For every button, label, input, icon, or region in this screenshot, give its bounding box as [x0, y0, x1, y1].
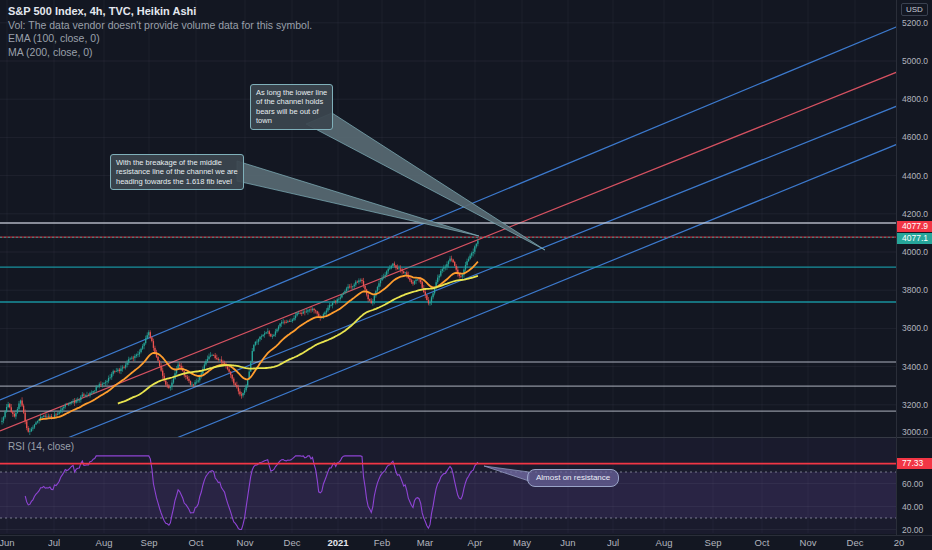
rsi-axis-label: 20.00	[902, 525, 923, 535]
volume-indicator-note[interactable]: Vol: The data vendor doesn't provide vol…	[8, 19, 312, 33]
time-axis[interactable]: JunJulAugSepOctNovDec2021FebMarAprMayJun…	[0, 535, 932, 550]
time-axis-label: Sep	[695, 537, 731, 548]
price-axis-label: 4800.0	[902, 94, 928, 104]
ma-indicator-label[interactable]: MA (200, close, 0)	[8, 46, 312, 60]
time-axis-label: Jun	[0, 537, 25, 548]
time-axis-label: Nov	[790, 537, 826, 548]
time-axis-label: Nov	[227, 537, 263, 548]
price-axis-label: 4600.0	[902, 132, 928, 142]
time-axis-label: Apr	[457, 537, 493, 548]
callout-middle-resistance[interactable]: With the breakage of the middle resistan…	[110, 154, 244, 190]
time-axis-label: Aug	[646, 537, 682, 548]
time-axis-label: Oct	[744, 537, 780, 548]
price-axis-label: 3400.0	[902, 362, 928, 372]
currency-button[interactable]: USD	[901, 3, 928, 16]
symbol-description[interactable]: S&P 500 Index, 4h, TVC, Heikin Ashi	[8, 5, 312, 19]
tradingview-chart-window: S&P 500 Index, 4h, TVC, Heikin Ashi Vol:…	[0, 0, 932, 550]
price-badge: 4077.9	[897, 221, 932, 232]
chart-legend: S&P 500 Index, 4h, TVC, Heikin Ashi Vol:…	[8, 5, 312, 59]
price-badge: 4077.1	[897, 233, 932, 244]
callout-channel-lower-line[interactable]: As long the lower line of the channel ho…	[250, 84, 333, 130]
price-axis-label: 4200.0	[902, 209, 928, 219]
time-axis-label: Dec	[837, 537, 873, 548]
price-axis-label: 4000.0	[902, 247, 928, 257]
price-axis-label: 3600.0	[902, 323, 928, 333]
price-axis[interactable]: USD 5200.05000.04800.04600.04400.04200.0…	[896, 0, 932, 536]
time-axis-label: Oct	[178, 537, 214, 548]
time-axis-label: Aug	[86, 537, 122, 548]
rsi-axis-label: 40.00	[902, 502, 923, 512]
time-axis-label: May	[504, 537, 540, 548]
time-axis-label: Dec	[274, 537, 310, 548]
time-axis-label: 2021	[320, 537, 356, 548]
rsi-axis-label: 60.00	[902, 479, 923, 489]
price-axis-label: 5200.0	[902, 18, 928, 28]
time-axis-label: Jun	[550, 537, 586, 548]
time-axis-label: 20	[881, 537, 917, 548]
time-axis-label: Feb	[364, 537, 400, 548]
price-axis-label: 5000.0	[902, 56, 928, 66]
time-axis-label: Jul	[36, 537, 72, 548]
rsi-indicator-label[interactable]: RSI (14, close)	[8, 441, 74, 452]
price-chart-canvas[interactable]	[0, 0, 932, 550]
rsi-badge: 77.33	[897, 458, 932, 469]
price-axis-label: 3000.0	[902, 427, 928, 437]
callout-rsi-resistance[interactable]: Almost on resistance	[527, 469, 619, 487]
price-axis-label: 4400.0	[902, 171, 928, 181]
time-axis-label: Mar	[407, 537, 443, 548]
price-axis-label: 3800.0	[902, 285, 928, 295]
time-axis-label: Sep	[131, 537, 167, 548]
ema-indicator-label[interactable]: EMA (100, close, 0)	[8, 32, 312, 46]
price-axis-label: 3200.0	[902, 400, 928, 410]
time-axis-label: Jul	[595, 537, 631, 548]
